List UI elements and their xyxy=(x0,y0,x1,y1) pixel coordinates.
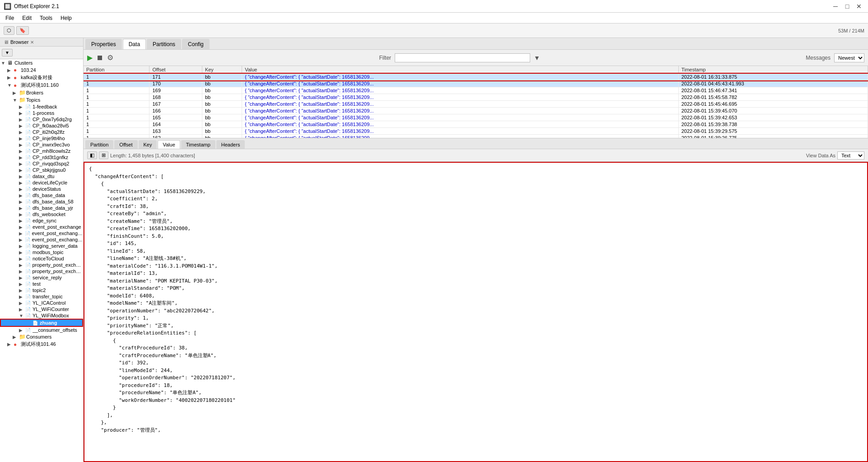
tab-data[interactable]: Data xyxy=(123,39,146,49)
t-icon: 📄 xyxy=(25,104,33,109)
tree-topic-cp9[interactable]: ▶ 📄 CP_sbkjrjjgsu0 xyxy=(0,167,83,173)
newest-select[interactable]: Newest Oldest xyxy=(834,53,864,62)
tree-topic-cp1[interactable]: ▶ 📄 CP_0xw7y6dq2rg xyxy=(0,116,83,123)
tree-cluster-160[interactable]: ▼ ● 测试环境101.160 xyxy=(0,81,83,89)
tree-consumers[interactable]: ▶ 📁 Consumers xyxy=(0,333,83,340)
detail-btn-2[interactable]: ⊞ xyxy=(99,151,108,159)
detail-tab-headers[interactable]: Headers xyxy=(216,140,245,149)
play-button[interactable]: ▶ xyxy=(87,53,93,62)
maximize-button[interactable]: □ xyxy=(842,2,853,11)
tree-topic-cp4[interactable]: ▶ 📄 CP_iinje9tt4ho xyxy=(0,135,83,141)
browser-tab-close[interactable]: ✕ xyxy=(30,40,34,45)
tree-topic-dfsbaseyjr[interactable]: ▶ 📄 dfs_base_data_yjr xyxy=(0,205,83,211)
brokers-icon: 📁 xyxy=(19,90,26,96)
table-row[interactable]: 1171bb{ "changeAfterContent": { "actualS… xyxy=(84,74,868,80)
menu-file[interactable]: File xyxy=(2,14,18,22)
tree-topic-ylwifi[interactable]: ▶ 📄 YL_WiFiCounter xyxy=(0,306,83,312)
tree-topic-topic2[interactable]: ▶ 📄 topic2 xyxy=(0,287,83,293)
detail-tab-partition[interactable]: Partition xyxy=(85,140,113,149)
tree-topic-svcreply[interactable]: ▶ 📄 service_reply xyxy=(0,274,83,281)
tree-topic-1process[interactable]: ▶ 📄 1-process xyxy=(0,110,83,116)
cell-timestamp: 2022-08-01 04:45:43:41.993 xyxy=(678,80,868,87)
minimize-button[interactable]: ─ xyxy=(830,2,841,11)
tree-topic-test[interactable]: ▶ 📄 test xyxy=(0,281,83,287)
detail-btn-1[interactable]: ◧ xyxy=(87,151,97,159)
tree-topic-cp6[interactable]: ▶ 📄 CP_mh8lcowls2z xyxy=(0,148,83,154)
table-row[interactable]: 1170bb{ "changeAfterContent": { "actualS… xyxy=(84,80,868,87)
tree-topic-event1[interactable]: ▶ 📄 event_post_exchange xyxy=(0,224,83,230)
table-row[interactable]: 1162bb{ "changeAfterContent": { "actualS… xyxy=(84,135,868,139)
view-data-select[interactable]: Text JSON XML xyxy=(837,151,864,160)
tree-brokers[interactable]: ▶ 📁 Brokers xyxy=(0,89,83,96)
tree-cluster-103[interactable]: ▶ ● 103.24 xyxy=(0,66,83,74)
tree-topic-cp3[interactable]: ▶ 📄 CP_iti2h0q2lfz xyxy=(0,129,83,135)
tab-properties[interactable]: Properties xyxy=(85,39,122,49)
table-row[interactable]: 1164bb{ "changeAfterContent": { "actualS… xyxy=(84,121,868,128)
tree-topic-devicestatus[interactable]: ▶ 📄 deviceStatus xyxy=(0,186,83,192)
table-row[interactable]: 1166bb{ "changeAfterContent": { "actualS… xyxy=(84,108,868,114)
tree-topic-ylwifimod[interactable]: ▼ 📄 YL_WiFiModbox xyxy=(0,312,83,319)
tree-topic-dfsbase[interactable]: ▶ 📄 dfs_base_data xyxy=(0,192,83,198)
cell-key: bb xyxy=(202,74,242,80)
detail-tab-timestamp[interactable]: Timestamp xyxy=(181,140,215,149)
tree-topic-consumer-offsets[interactable]: ▶ 📄 __consumer_offsets xyxy=(0,327,83,333)
tree-topic-cp2[interactable]: ▶ 📄 CP_fk0aao28vi5 xyxy=(0,123,83,129)
stop-button[interactable]: ⏹ xyxy=(96,54,103,62)
col-value: Value xyxy=(242,66,679,74)
sidebar-add-btn[interactable]: ▼ xyxy=(2,49,13,57)
detail-tab-value[interactable]: Value xyxy=(158,140,180,149)
tree-topic-dfsbase58[interactable]: ▶ 📄 dfs_base_data_58 xyxy=(0,198,83,205)
tree-topics[interactable]: ▼ 📁 Topics xyxy=(0,96,83,104)
tree-topic-prop1[interactable]: ▶ 📄 property_post_exchang xyxy=(0,262,83,268)
tree-topic-cp5[interactable]: ▶ 📄 CP_inwrx9ec3vo xyxy=(0,141,83,148)
cell-partition: 1 xyxy=(84,108,149,114)
tree-topic-event2[interactable]: ▶ 📄 event_post_exchange_s xyxy=(0,230,83,236)
tab-config[interactable]: Config xyxy=(182,39,210,49)
content-area: Properties Data Partitions Config ▶ ⏹ ⚙ … xyxy=(84,38,868,462)
tree-topic-devicelc[interactable]: ▶ 📄 deviceLifeCycle xyxy=(0,179,83,186)
cell-timestamp: 2022-08-01 15:39:42.653 xyxy=(678,114,868,121)
tree-topic-cp7[interactable]: ▶ 📄 CP_rdd3t1gnfkz xyxy=(0,154,83,160)
tree-topic-modbus[interactable]: ▶ 📄 modbus_topic xyxy=(0,249,83,255)
table-row[interactable]: 1163bb{ "changeAfterContent": { "actualS… xyxy=(84,128,868,135)
tree-topic-logging[interactable]: ▶ 📄 logging_server_data xyxy=(0,243,83,249)
filter-arrow[interactable]: ▼ xyxy=(534,54,540,61)
filter-input[interactable] xyxy=(395,53,530,62)
topics-icon: 📁 xyxy=(19,97,26,103)
toolbar-btn-2[interactable]: 🔖 xyxy=(16,26,29,35)
tree-topic-transfer[interactable]: ▶ 📄 transfer_topic xyxy=(0,293,83,300)
tree-topic-cp8[interactable]: ▶ 📄 CP_rivqqd3spq2 xyxy=(0,160,83,167)
detail-tab-key[interactable]: Key xyxy=(139,140,157,149)
table-row[interactable]: 1169bb{ "changeAfterContent": { "actualS… xyxy=(84,87,868,94)
tree-topic-zhuang[interactable]: 📄 zhuang xyxy=(0,319,83,327)
cell-key: bb xyxy=(202,80,242,87)
cell-partition: 1 xyxy=(84,135,149,139)
close-button[interactable]: ✕ xyxy=(854,2,864,11)
toolbar-btn-1[interactable]: ⬡ xyxy=(4,26,14,35)
settings-button[interactable]: ⚙ xyxy=(107,53,113,62)
cell-partition: 1 xyxy=(84,114,149,121)
table-row[interactable]: 1168bb{ "changeAfterContent": { "actualS… xyxy=(84,94,868,101)
tree-topic-dfsws[interactable]: ▶ 📄 dfs_websocket xyxy=(0,211,83,217)
menu-edit[interactable]: Edit xyxy=(19,14,35,22)
detail-tab-offset[interactable]: Offset xyxy=(114,140,137,149)
tree-topic-notice[interactable]: ▶ 📄 noticeToCloud xyxy=(0,255,83,262)
table-row[interactable]: 1165bb{ "changeAfterContent": { "actualS… xyxy=(84,114,868,121)
tree-clusters[interactable]: ▼ 🖥 Clusters xyxy=(0,59,83,66)
tree-cluster-46[interactable]: ▶ ● 测试环境101.46 xyxy=(0,340,83,348)
menu-help[interactable]: Help xyxy=(57,14,75,22)
table-row[interactable]: 1167bb{ "changeAfterContent": { "actualS… xyxy=(84,101,868,108)
tree-topic-prop2[interactable]: ▶ 📄 property_post_exchang xyxy=(0,268,83,274)
tab-partitions[interactable]: Partitions xyxy=(147,39,181,49)
tree-topic-1feedback[interactable]: ▶ 📄 1-feedback xyxy=(0,104,83,110)
tree-topic-ylica[interactable]: ▶ 📄 YL_ICAControl xyxy=(0,300,83,306)
topics-expand: ▼ xyxy=(13,98,19,103)
tree-topic-datax[interactable]: ▶ 📄 datax_dtu xyxy=(0,173,83,179)
tree-topic-edgesync[interactable]: ▶ 📄 edge_sync xyxy=(0,217,83,224)
tree-cluster-kafka[interactable]: ▶ ● kafka设备对接 xyxy=(0,74,83,81)
detail-toolbar-left: ◧ ⊞ Length: 1,458 bytes [1,400 character… xyxy=(87,151,195,159)
tree-topic-event3[interactable]: ▶ 📄 event_post_exchange_s xyxy=(0,236,83,243)
toolbar-left: ⬡ 🔖 xyxy=(4,26,29,35)
browser-tab-label[interactable]: Browser xyxy=(10,39,28,45)
menu-tools[interactable]: Tools xyxy=(36,14,56,22)
